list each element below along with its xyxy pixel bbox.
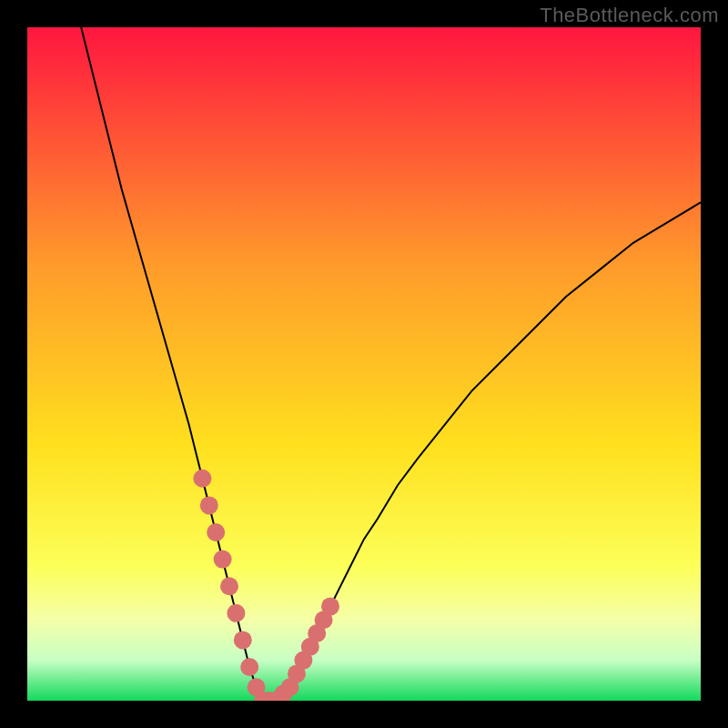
watermark-text: TheBottleneck.com: [540, 4, 719, 27]
sweet-spot-dot: [240, 658, 258, 676]
sweet-spot-dot: [321, 597, 339, 615]
chart-svg: [27, 27, 701, 701]
sweet-spot-dot: [234, 631, 252, 649]
sweet-spot-dot: [200, 496, 218, 514]
gradient-background: [27, 27, 701, 701]
chart-frame: TheBottleneck.com: [0, 0, 728, 728]
sweet-spot-dot: [214, 551, 232, 569]
sweet-spot-dot: [207, 523, 225, 541]
sweet-spot-dot: [193, 470, 211, 488]
sweet-spot-dot: [227, 604, 245, 622]
sweet-spot-dot: [220, 577, 238, 595]
plot-area: [27, 27, 701, 701]
